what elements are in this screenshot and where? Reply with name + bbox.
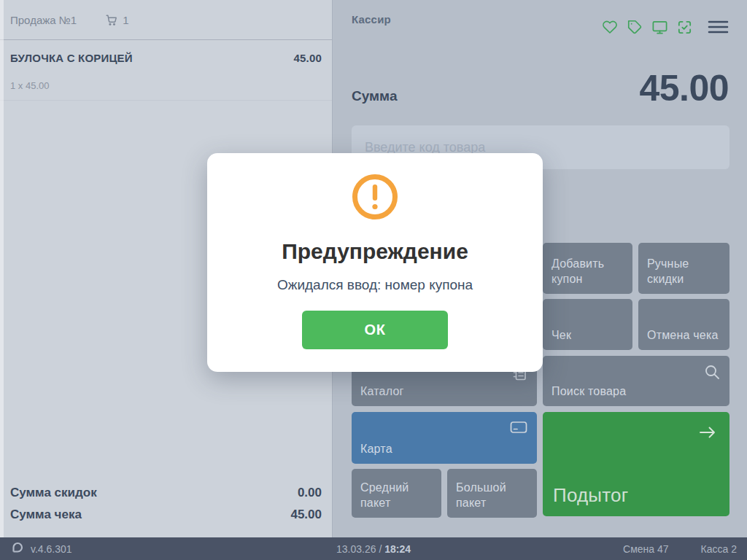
monitor-icon[interactable]	[650, 18, 669, 36]
header-icons	[600, 18, 729, 36]
sum-value: 45.00	[639, 67, 729, 109]
discounts-value: 0.00	[298, 482, 322, 504]
totals-block: Сумма скидок 0.00 Сумма чека 45.00	[0, 482, 332, 537]
dialog-message: Ожидался ввод: номер купона	[277, 277, 473, 293]
manual-discounts-button[interactable]: Ручные скидки	[638, 243, 729, 294]
search-icon	[703, 363, 721, 384]
tag-icon[interactable]	[625, 18, 644, 36]
button-label: Каталог	[360, 384, 404, 399]
time-text: 18:24	[384, 543, 411, 555]
datetime: 13.03.26 / 18:24	[0, 543, 747, 555]
medium-bag-button[interactable]: Средний пакет	[352, 469, 441, 518]
receipt-total-value: 45.00	[290, 504, 322, 526]
dialog-title: Предупреждение	[282, 239, 468, 264]
sum-label: Сумма	[352, 88, 397, 104]
receipt-total-label: Сумма чека	[10, 504, 82, 526]
add-coupon-button[interactable]: Добавить купон	[543, 243, 632, 294]
big-bag-button[interactable]: Большой пакет	[447, 469, 537, 518]
scan-check-icon[interactable]	[675, 18, 694, 36]
cart-indicator: 1	[104, 13, 128, 27]
button-label: Чек	[551, 327, 571, 343]
button-label: Отмена чека	[647, 327, 719, 343]
cart-count: 1	[123, 14, 128, 26]
button-label: Поиск товара	[551, 384, 626, 399]
receipt-button[interactable]: Чек	[543, 299, 632, 350]
button-label: Карта	[360, 441, 392, 456]
button-label: Добавить купон	[551, 256, 624, 287]
date-text: 13.03.26 /	[336, 543, 384, 555]
button-label: Подытог	[553, 483, 628, 508]
warning-dialog: Предупреждение Ожидался ввод: номер купо…	[207, 153, 543, 372]
status-bar: v.4.6.301 13.03.26 / 18:24 Смена 47 Касс…	[0, 537, 747, 560]
warning-icon	[352, 174, 398, 223]
discounts-label: Сумма скидок	[10, 482, 97, 504]
ok-button[interactable]: ОК	[302, 311, 448, 349]
button-label: Большой пакет	[456, 480, 528, 510]
sale-title: Продажа №1	[10, 14, 77, 26]
search-product-button[interactable]: Поиск товара	[543, 356, 729, 406]
subtotal-button[interactable]: Подытог	[543, 412, 729, 516]
button-label: Средний пакет	[360, 480, 433, 510]
cashier-label: Кассир	[352, 13, 391, 26]
cancel-receipt-button[interactable]: Отмена чека	[638, 299, 729, 350]
card-button[interactable]: Карта	[352, 412, 537, 464]
item-price: 45.00	[293, 52, 322, 64]
sale-header: Продажа №1 1	[0, 0, 332, 40]
item-qty-line: 1 x 45.00	[10, 80, 322, 91]
receipt-item-row[interactable]: БУЛОЧКА С КОРИЦЕЙ 45.00 1 x 45.00	[0, 40, 332, 101]
button-label: Ручные скидки	[647, 256, 721, 287]
heart-icon[interactable]	[600, 18, 619, 36]
menu-icon[interactable]	[707, 18, 729, 36]
cart-icon	[104, 13, 118, 27]
card-icon	[509, 419, 528, 439]
item-name: БУЛОЧКА С КОРИЦЕЙ	[10, 52, 133, 64]
arrow-right-icon	[697, 422, 718, 447]
